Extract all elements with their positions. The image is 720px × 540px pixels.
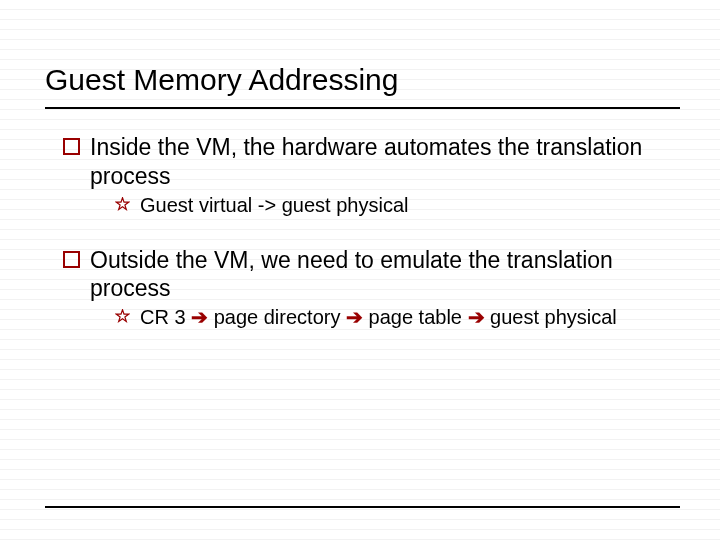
svg-rect-1	[64, 252, 79, 267]
bullet-text: Outside the VM, we need to emulate the t…	[90, 246, 680, 304]
bullet-text: Inside the VM, the hardware automates th…	[90, 133, 680, 191]
bullet-level2: CR 3 ➔ page directory ➔ page table ➔ gue…	[45, 305, 680, 330]
square-bullet-icon	[63, 138, 80, 159]
slide: Guest Memory Addressing Inside the VM, t…	[0, 0, 720, 540]
title-underline	[45, 107, 680, 109]
bullet-level1: Inside the VM, the hardware automates th…	[45, 133, 680, 191]
arrow-right-icon: ➔	[346, 306, 363, 328]
bullet-text: CR 3 ➔ page directory ➔ page table ➔ gue…	[140, 305, 617, 330]
footer-rule	[45, 506, 680, 508]
slide-content: Guest Memory Addressing Inside the VM, t…	[0, 0, 720, 330]
text-segment: CR 3	[140, 306, 191, 328]
bullet-level1: Outside the VM, we need to emulate the t…	[45, 246, 680, 304]
square-bullet-icon	[63, 251, 80, 272]
bullet-level2: Guest virtual -> guest physical	[45, 193, 680, 218]
svg-rect-0	[64, 139, 79, 154]
text-segment: page table	[363, 306, 468, 328]
arrow-right-icon: ➔	[468, 306, 485, 328]
text-segment: page directory	[208, 306, 346, 328]
bullet-text: Guest virtual -> guest physical	[140, 193, 408, 218]
arrow-right-icon: ➔	[191, 306, 208, 328]
star-bullet-icon	[115, 309, 130, 328]
text-segment: guest physical	[485, 306, 617, 328]
slide-title: Guest Memory Addressing	[45, 63, 680, 97]
bullet-list: Inside the VM, the hardware automates th…	[45, 133, 680, 330]
star-bullet-icon	[115, 197, 130, 216]
